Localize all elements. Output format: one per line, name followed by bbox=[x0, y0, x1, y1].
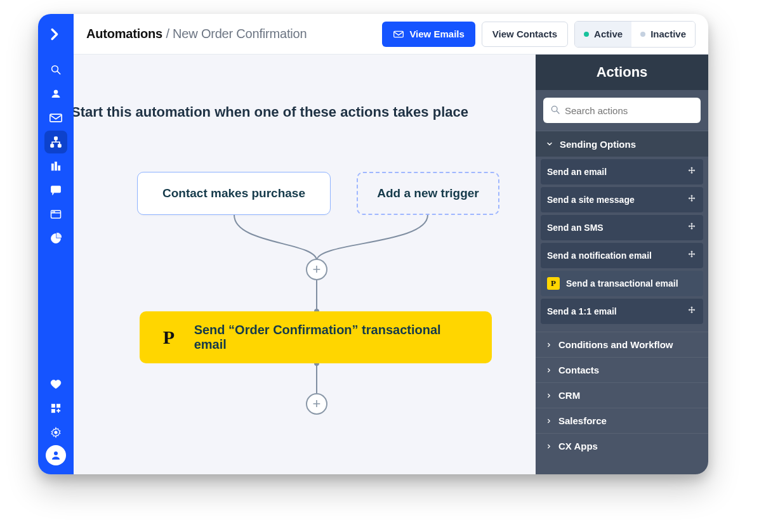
svg-rect-16 bbox=[57, 404, 60, 407]
breadcrumb-root[interactable]: Automations bbox=[86, 27, 162, 41]
svg-point-18 bbox=[55, 431, 58, 434]
action-item-label: Send an email bbox=[547, 167, 607, 177]
postmark-icon: P bbox=[157, 326, 180, 349]
actions-panel: Actions Sending Options bbox=[536, 55, 708, 474]
status-inactive-button[interactable]: Inactive bbox=[631, 22, 695, 47]
topbar: Automations / New Order Confirmation Vie… bbox=[74, 14, 708, 55]
svg-point-19 bbox=[54, 451, 58, 455]
action-item[interactable]: PSend a transactional email bbox=[541, 271, 703, 296]
drag-handle-icon[interactable] bbox=[687, 194, 697, 206]
status-dot-inactive bbox=[640, 32, 645, 37]
section-category-label: Conditions and Workflow bbox=[558, 339, 673, 350]
section-category[interactable]: Conditions and Workflow bbox=[536, 332, 708, 357]
trigger-node[interactable]: Contact makes purchase bbox=[137, 172, 331, 215]
svg-line-26 bbox=[557, 111, 559, 114]
action-item-label: Send an SMS bbox=[547, 223, 604, 233]
svg-rect-10 bbox=[51, 186, 61, 193]
section-category-label: Salesforce bbox=[558, 415, 607, 426]
section-sending-options[interactable]: Sending Options bbox=[536, 131, 708, 157]
breadcrumb-leaf: New Order Confirmation bbox=[173, 27, 307, 41]
chevron-right-icon bbox=[546, 393, 552, 399]
action-item[interactable]: Send a site message bbox=[541, 187, 703, 212]
search-icon[interactable] bbox=[44, 58, 67, 81]
add-step-button[interactable]: + bbox=[306, 393, 327, 415]
section-category[interactable]: CX Apps bbox=[536, 433, 708, 458]
conversations-icon[interactable] bbox=[44, 179, 67, 202]
svg-rect-6 bbox=[58, 144, 61, 147]
svg-rect-15 bbox=[51, 404, 55, 407]
svg-point-25 bbox=[551, 106, 557, 112]
svg-rect-9 bbox=[58, 165, 60, 171]
drag-handle-icon[interactable] bbox=[687, 166, 697, 178]
section-category[interactable]: Contacts bbox=[536, 357, 708, 382]
start-title: Start this automation when one of these … bbox=[74, 104, 536, 120]
favorites-icon[interactable] bbox=[44, 373, 67, 396]
section-category-label: Contacts bbox=[558, 365, 599, 375]
svg-rect-8 bbox=[55, 162, 57, 171]
add-trigger-node[interactable]: Add a new trigger bbox=[357, 172, 499, 215]
apps-icon[interactable] bbox=[44, 397, 67, 420]
svg-rect-20 bbox=[394, 31, 404, 37]
svg-rect-3 bbox=[50, 114, 62, 122]
svg-point-0 bbox=[52, 66, 58, 72]
section-category[interactable]: CRM bbox=[536, 382, 708, 408]
postmark-icon: P bbox=[547, 277, 560, 290]
drag-handle-icon[interactable] bbox=[687, 306, 697, 318]
logo-icon[interactable] bbox=[44, 23, 67, 46]
main: Automations / New Order Confirmation Vie… bbox=[74, 14, 708, 474]
svg-rect-4 bbox=[55, 137, 58, 140]
site-icon[interactable] bbox=[44, 203, 67, 226]
envelope-icon bbox=[393, 29, 404, 40]
svg-line-1 bbox=[58, 72, 60, 74]
actions-panel-title: Actions bbox=[536, 55, 708, 90]
chevron-right-icon bbox=[546, 418, 552, 424]
action-item[interactable]: Send a notification email bbox=[541, 243, 703, 268]
svg-rect-7 bbox=[51, 164, 53, 171]
view-contacts-button[interactable]: View Contacts bbox=[482, 22, 568, 47]
action-item[interactable]: Send an email bbox=[541, 159, 703, 185]
chevron-right-icon bbox=[546, 443, 552, 450]
automation-canvas[interactable]: Start this automation when one of these … bbox=[74, 55, 536, 474]
svg-point-2 bbox=[54, 90, 58, 94]
search-icon bbox=[550, 104, 561, 115]
actions-search-input[interactable] bbox=[543, 98, 701, 123]
automations-icon[interactable] bbox=[44, 131, 67, 153]
status-dot-active bbox=[584, 32, 589, 37]
drag-handle-icon[interactable] bbox=[687, 250, 697, 262]
chevron-right-icon bbox=[546, 367, 552, 373]
app-window: Automations / New Order Confirmation Vie… bbox=[38, 14, 708, 474]
svg-rect-5 bbox=[51, 144, 54, 147]
action-node-transactional-email[interactable]: P Send “Order Confirmation” transactiona… bbox=[140, 311, 492, 363]
action-item-label: Send a notification email bbox=[547, 250, 652, 261]
section-category[interactable]: Salesforce bbox=[536, 408, 708, 433]
view-emails-button[interactable]: View Emails bbox=[382, 22, 475, 47]
action-item-label: Send a site message bbox=[547, 195, 635, 205]
svg-point-13 bbox=[53, 211, 54, 212]
add-step-button[interactable]: + bbox=[306, 259, 327, 280]
drag-handle-icon[interactable] bbox=[687, 222, 697, 234]
section-category-label: CX Apps bbox=[558, 441, 598, 451]
reports-icon[interactable] bbox=[44, 227, 67, 250]
action-item-label: Send a 1:1 email bbox=[547, 306, 617, 316]
chevron-right-icon bbox=[546, 342, 552, 348]
action-item[interactable]: Send an SMS bbox=[541, 215, 703, 240]
action-item-label: Send a transactional email bbox=[566, 278, 678, 289]
breadcrumb: Automations / New Order Confirmation bbox=[86, 27, 307, 41]
deals-icon[interactable] bbox=[44, 155, 67, 178]
user-avatar[interactable] bbox=[46, 445, 66, 465]
svg-point-14 bbox=[54, 211, 55, 212]
sidebar bbox=[38, 14, 74, 474]
settings-icon[interactable] bbox=[44, 421, 67, 444]
contacts-icon[interactable] bbox=[44, 82, 67, 105]
action-item[interactable]: Send a 1:1 email bbox=[541, 299, 703, 324]
svg-rect-17 bbox=[51, 410, 55, 413]
campaigns-icon[interactable] bbox=[44, 107, 67, 129]
section-category-label: CRM bbox=[558, 390, 580, 401]
chevron-down-icon bbox=[546, 140, 553, 148]
status-segment: Active Inactive bbox=[574, 21, 696, 48]
status-active-button[interactable]: Active bbox=[575, 22, 631, 47]
